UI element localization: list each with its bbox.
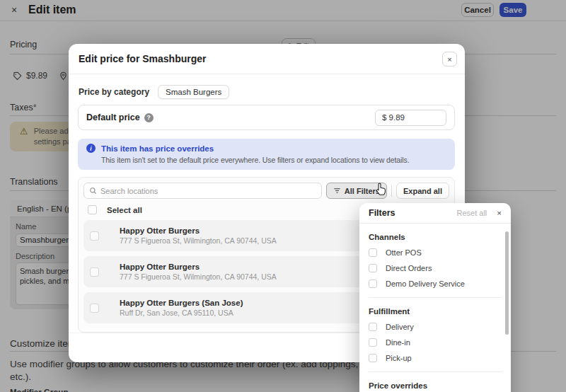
filter-option[interactable]: Pick-up (369, 354, 502, 362)
filter-section-title: Price overrides (369, 381, 502, 390)
filter-option[interactable]: Otter POS (369, 248, 502, 257)
price-overrides-banner: i This item has price overrides This ite… (78, 139, 455, 170)
filter-option-label: Demo Delivery Service (386, 279, 465, 288)
default-price-box: Default price ? (78, 105, 455, 130)
filter-funnel-icon (333, 187, 341, 195)
filter-option-label: Otter POS (386, 248, 422, 257)
location-address: 777 S Figueroa St, Wilmington, CA 90744,… (120, 272, 277, 281)
banner-description: This item isn't set to the default price… (101, 156, 446, 164)
location-name: Happy Otter Burgers (120, 263, 277, 271)
filter-option[interactable]: Dine-in (369, 338, 502, 347)
filter-section-title: Channels (369, 233, 502, 241)
select-all-label: Select all (107, 206, 142, 214)
mouse-cursor (375, 183, 386, 199)
location-name: Happy Otter Burgers (San Jose) (120, 299, 243, 307)
search-icon (89, 187, 97, 195)
modal-header-divider (69, 74, 465, 74)
filter-option-label: Delivery (386, 323, 414, 331)
filter-option-label: Dine-in (386, 338, 410, 347)
filter-checkbox[interactable] (369, 248, 377, 257)
filters-close-icon[interactable]: × (497, 209, 502, 217)
banner-title: This item has price overrides (101, 144, 214, 153)
category-chip[interactable]: Smash Burgers (158, 85, 229, 99)
filter-checkbox[interactable] (369, 323, 377, 331)
category-label: Price by category (79, 87, 149, 97)
filter-section-divider (369, 297, 502, 298)
filter-section-divider (369, 371, 502, 372)
modal-close-button[interactable]: × (442, 52, 457, 67)
location-checkbox[interactable] (90, 267, 99, 277)
close-icon: × (447, 55, 451, 64)
toolbar-separator (391, 185, 392, 197)
search-box (83, 183, 322, 199)
locations-toolbar: All Filters Expand all (83, 183, 449, 199)
filter-checkbox[interactable] (369, 264, 377, 272)
filters-title: Filters (369, 208, 395, 218)
location-checkbox[interactable] (90, 304, 99, 313)
search-input[interactable] (100, 187, 316, 195)
select-all-checkbox[interactable] (88, 205, 97, 214)
filters-header: Filters Reset all × (359, 203, 511, 223)
filter-option[interactable]: Demo Delivery Service (369, 279, 502, 288)
filter-checkbox[interactable] (369, 338, 377, 347)
price-by-category-row: Price by category Smash Burgers (79, 85, 229, 99)
modal-title: Edit price for Smashburger (79, 53, 206, 64)
filter-option-label: Pick-up (386, 354, 412, 362)
location-name: Happy Otter Burgers (120, 226, 277, 235)
popover-scrollbar[interactable] (505, 231, 509, 335)
reset-all-button[interactable]: Reset all (456, 209, 487, 217)
expand-all-button[interactable]: Expand all (396, 183, 449, 199)
filter-checkbox[interactable] (369, 279, 377, 288)
filter-option-label: Direct Orders (386, 264, 432, 272)
default-price-label: Default price (86, 113, 140, 122)
filters-popover: Filters Reset all × Channels Otter POS D… (359, 203, 511, 392)
location-checkbox[interactable] (90, 231, 99, 241)
filter-checkbox[interactable] (369, 354, 377, 362)
info-question-icon[interactable]: ? (144, 113, 154, 122)
filter-section-title: Fulfillment (369, 307, 502, 316)
default-price-input[interactable] (375, 110, 446, 126)
filter-option[interactable]: Delivery (369, 323, 502, 331)
location-address: 777 S Figueroa St, Wilmington, CA 90744,… (120, 236, 277, 245)
filter-option[interactable]: Direct Orders (369, 264, 502, 272)
info-icon: i (86, 144, 96, 153)
filters-header-divider (359, 223, 511, 224)
location-address: Ruff Dr, San Jose, CA 95110, USA (120, 309, 243, 317)
